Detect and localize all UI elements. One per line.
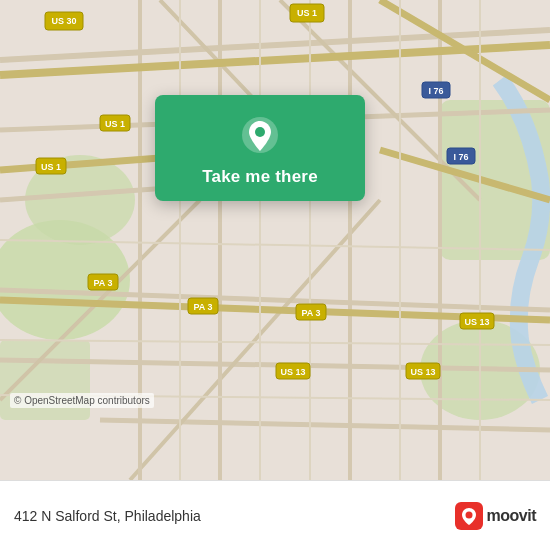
svg-text:I 76: I 76 — [453, 152, 468, 162]
address-label: 412 N Salford St, Philadelphia — [14, 508, 201, 524]
svg-text:I 76: I 76 — [428, 86, 443, 96]
popup-card[interactable]: Take me there — [155, 95, 365, 201]
svg-text:US 13: US 13 — [280, 367, 305, 377]
svg-point-60 — [465, 511, 472, 518]
copyright-text: © OpenStreetMap contributors — [10, 393, 154, 408]
svg-text:US 1: US 1 — [297, 8, 317, 18]
svg-text:PA 3: PA 3 — [301, 308, 320, 318]
svg-text:US 1: US 1 — [41, 162, 61, 172]
svg-text:US 13: US 13 — [410, 367, 435, 377]
map-svg: US 30 US 1 US 1 US 1 I 76 I 76 PA 3 PA 3… — [0, 0, 550, 480]
bottom-bar: 412 N Salford St, Philadelphia moovit — [0, 480, 550, 550]
svg-rect-5 — [0, 340, 90, 420]
location-pin-icon — [238, 113, 282, 157]
moovit-logo: moovit — [455, 502, 536, 530]
map-container: US 30 US 1 US 1 US 1 I 76 I 76 PA 3 PA 3… — [0, 0, 550, 480]
svg-text:US 1: US 1 — [105, 119, 125, 129]
moovit-icon — [455, 502, 483, 530]
svg-text:PA 3: PA 3 — [93, 278, 112, 288]
svg-point-58 — [255, 127, 265, 137]
moovit-text: moovit — [487, 507, 536, 525]
svg-text:US 13: US 13 — [464, 317, 489, 327]
svg-text:US 30: US 30 — [51, 16, 76, 26]
svg-text:PA 3: PA 3 — [193, 302, 212, 312]
take-me-there-button[interactable]: Take me there — [202, 167, 318, 187]
